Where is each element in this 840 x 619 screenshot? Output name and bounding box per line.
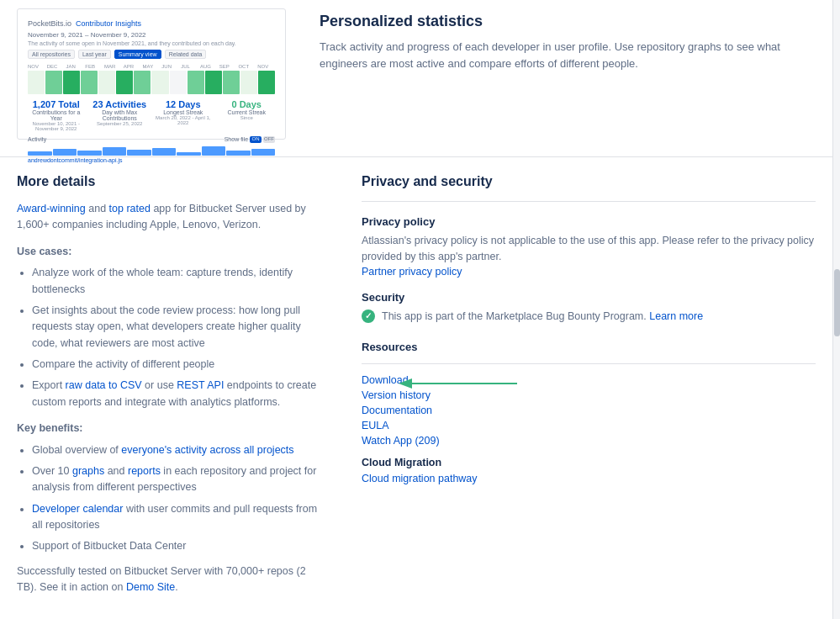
key-benefits-list: Global overview of everyone's activity a…	[32, 442, 328, 555]
security-title: Security	[362, 291, 816, 304]
stats-numbers-row: 1,207 Total Contributions for a Year Nov…	[28, 99, 275, 131]
filter-related-data[interactable]: Related data	[165, 50, 207, 59]
graphs-link[interactable]: graphs	[72, 465, 104, 477]
activity-link[interactable]: andrewdontcommit/integration-api.js	[28, 157, 275, 163]
filter-last-year[interactable]: Last year	[78, 50, 111, 59]
watch-app-link[interactable]: Watch App (209)	[362, 435, 816, 447]
activities-label: Day with Max Contributions	[92, 109, 149, 121]
days-stat: 12 Days Longest Streak March 20, 2022 - …	[155, 99, 212, 131]
activity-text: Activity	[28, 136, 46, 143]
all-projects-link[interactable]: everyone's activity across all projects	[121, 444, 293, 456]
current-streak-label: Current Streak	[219, 109, 276, 115]
days-value: 12 Days	[155, 99, 212, 109]
resources-divider	[362, 363, 816, 364]
activities-stat: 23 Activities Day with Max Contributions…	[92, 99, 149, 131]
personalized-stats-panel: Personalized statistics Track activity a…	[320, 8, 816, 140]
green-arrow-annotation	[408, 371, 534, 396]
resources-links-area: Download Version history Documentation E…	[362, 374, 816, 447]
divider	[362, 201, 816, 202]
days-label: Longest Streak	[155, 109, 212, 115]
success-paragraph: Successfully tested on Bitbucket Server …	[17, 563, 328, 596]
security-text: This app is part of the Marketplace Bug …	[382, 309, 703, 325]
scrollbar[interactable]	[832, 0, 840, 619]
activity-section: Activity Show file ON OFF	[28, 136, 275, 143]
reports-link[interactable]: reports	[128, 465, 161, 477]
current-streak-stat: 0 Days Current Streak Since	[219, 99, 276, 131]
filter-all-repos[interactable]: All repositories	[28, 50, 75, 59]
cloud-migration-link[interactable]: Cloud migration pathway	[362, 473, 478, 484]
contributor-link[interactable]: Contributor Insights	[76, 19, 141, 28]
date-range: November 9, 2021 – November 9, 2022	[28, 31, 275, 39]
total-label: Contributions for a Year	[28, 109, 85, 121]
eula-link[interactable]: EULA	[362, 420, 816, 431]
list-item: Support of Bitbucket Data Center	[32, 538, 328, 554]
contribution-heatmap	[28, 71, 275, 94]
privacy-security-panel: Privacy and security Privacy policy Atla…	[362, 174, 816, 596]
stats-subtitle: The activity of some open in November 20…	[28, 40, 275, 46]
list-item: Analyze work of the whole team: capture …	[32, 265, 328, 298]
list-item: Global overview of everyone's activity a…	[32, 442, 328, 458]
more-details-panel: More details Award-winning and top rated…	[17, 174, 328, 596]
personalized-title: Personalized statistics	[320, 13, 816, 30]
privacy-policy-text: Atlassian's privacy policy is not applic…	[362, 233, 816, 265]
show-file-label: Show file ON OFF	[225, 136, 275, 143]
intro-paragraph: Award-winning and top rated app for Bitb…	[17, 201, 328, 234]
current-streak-value: 0 Days	[219, 99, 276, 109]
key-benefits-label: Key benefits:	[17, 421, 328, 436]
activity-bars	[28, 145, 275, 156]
list-item: Get insights about the code review proce…	[32, 303, 328, 352]
use-cases-list: Analyze work of the whole team: capture …	[32, 265, 328, 410]
more-details-title: More details	[17, 174, 328, 189]
list-item: Developer calendar with user commits and…	[32, 501, 328, 534]
scrollbar-thumb[interactable]	[834, 269, 840, 336]
learn-more-link[interactable]: Learn more	[649, 310, 703, 322]
personalized-description: Track activity and progress of each deve…	[320, 39, 816, 71]
award-winning-link[interactable]: Award-winning	[17, 203, 86, 214]
filter-summary-view[interactable]: Summary view	[114, 50, 161, 59]
total-value: 1,207 Total	[28, 99, 85, 109]
list-item: Compare the activity of different people	[32, 357, 328, 373]
documentation-link[interactable]: Documentation	[362, 405, 816, 416]
privacy-security-title: Privacy and security	[362, 174, 816, 189]
activities-value: 23 Activities	[92, 99, 149, 109]
stats-image-panel: PocketBits.io Contributor Insights Novem…	[17, 8, 286, 140]
check-icon	[362, 310, 375, 323]
privacy-policy-title: Privacy policy	[362, 215, 816, 228]
developer-calendar-link[interactable]: Developer calendar	[32, 503, 123, 515]
security-badge: This app is part of the Marketplace Bug …	[362, 309, 816, 325]
partner-privacy-policy-link[interactable]: Partner privacy policy	[362, 266, 462, 278]
resources-title: Resources	[362, 341, 816, 353]
total-stat: 1,207 Total Contributions for a Year Nov…	[28, 99, 85, 131]
list-item: Over 10 graphs and reports in each repos…	[32, 463, 328, 496]
raw-data-link[interactable]: raw data to CSV	[66, 379, 142, 391]
brand-label: PocketBits.io Contributor Insights	[28, 19, 141, 28]
cloud-migration-label: Cloud Migration	[362, 457, 816, 468]
list-item: Export raw data to CSV or use REST API e…	[32, 378, 328, 410]
top-rated-link[interactable]: top rated	[109, 203, 151, 214]
use-cases-label: Use cases:	[17, 244, 328, 260]
rest-api-link[interactable]: REST API	[177, 379, 224, 391]
demo-site-link[interactable]: Demo Site	[126, 581, 175, 593]
